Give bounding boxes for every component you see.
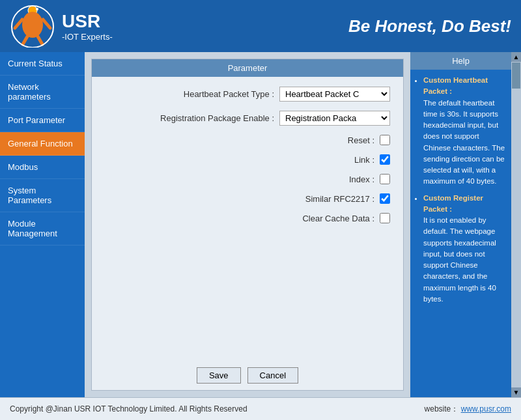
heartbeat-packet-type-row: Heartbeat Packet Type : Heartbeat Packet…	[105, 87, 390, 102]
link-row: Link :	[105, 154, 390, 165]
index-checkbox[interactable]	[380, 174, 390, 184]
similar-rfc2217-label: Similar RFC2217 :	[305, 194, 374, 204]
help-section-1-title: Custom Heartbeat Packet :	[423, 76, 488, 95]
help-section-2-text: It is not enabled by default. The webpag…	[423, 216, 496, 303]
svg-line-3	[15, 20, 22, 28]
footer-copyright: Copyright @Jinan USR IOT Technology Limi…	[10, 404, 247, 413]
cancel-button[interactable]: Cancel	[247, 367, 298, 384]
index-label: Index :	[349, 175, 374, 184]
sidebar-item-system-parameters[interactable]: System Parameters	[0, 179, 85, 212]
slogan: Be Honest, Do Best!	[348, 16, 511, 36]
logo-area: USR -IOT Experts-	[10, 5, 113, 48]
footer-link[interactable]: www.pusr.com	[461, 404, 511, 413]
registration-package-select[interactable]: Registration Packa Custom Registration	[279, 111, 390, 126]
sidebar-item-current-status[interactable]: Current Status	[0, 52, 85, 76]
clear-cache-row: Clear Cache Data :	[105, 213, 390, 223]
parameter-panel: Parameter Heartbeat Packet Type : Heartb…	[91, 59, 404, 391]
brand-text: USR -IOT Experts-	[62, 11, 113, 42]
save-button[interactable]: Save	[197, 367, 241, 384]
svg-line-5	[23, 36, 27, 44]
svg-point-2	[22, 12, 43, 38]
reset-row: Reset :	[105, 135, 390, 145]
brand-tagline: -IOT Experts-	[62, 32, 113, 42]
reset-checkbox[interactable]	[380, 135, 390, 145]
heartbeat-packet-type-select[interactable]: Heartbeat Packet C Custom Heartbeat	[279, 87, 390, 102]
help-panel: Help Custom Heartbeat Packet : The defau…	[410, 52, 511, 397]
scroll-up-button[interactable]: ▲	[511, 52, 521, 62]
registration-package-row: Registration Package Enable : Registrati…	[105, 111, 390, 126]
footer: Copyright @Jinan USR IOT Technology Limi…	[0, 397, 521, 420]
parameter-content: Heartbeat Packet Type : Heartbeat Packet…	[92, 77, 403, 361]
clear-cache-label: Clear Cache Data :	[302, 214, 374, 223]
header: USR -IOT Experts- Be Honest, Do Best!	[0, 0, 521, 52]
svg-line-6	[38, 36, 42, 44]
content-area: Parameter Heartbeat Packet Type : Heartb…	[85, 52, 410, 397]
sidebar-item-network-parameters[interactable]: Network parameters	[0, 76, 85, 109]
main-layout: Current Status Network parameters Port P…	[0, 52, 521, 397]
sidebar-item-module-management[interactable]: Module Management	[0, 212, 85, 245]
link-checkbox[interactable]	[380, 154, 390, 165]
scroll-thumb[interactable]	[512, 63, 520, 89]
parameter-title: Parameter	[92, 59, 403, 77]
link-label: Link :	[354, 155, 374, 165]
sidebar-item-modbus[interactable]: Modbus	[0, 156, 85, 179]
help-content: Custom Heartbeat Packet : The default he…	[410, 70, 511, 397]
footer-website-label: website：	[425, 404, 459, 413]
similar-rfc2217-row: Similar RFC2217 :	[105, 193, 390, 204]
scroll-track	[511, 62, 521, 387]
clear-cache-checkbox[interactable]	[380, 213, 390, 223]
button-row: Save Cancel	[92, 361, 403, 390]
help-section-2-title: Custom Register Packet :	[423, 194, 483, 213]
heartbeat-packet-type-label: Heartbeat Packet Type :	[184, 89, 274, 99]
scroll-down-button[interactable]: ▼	[511, 387, 521, 397]
svg-point-1	[36, 8, 38, 10]
registration-package-label: Registration Package Enable :	[160, 113, 274, 123]
footer-website: website： www.pusr.com	[425, 404, 511, 415]
svg-line-4	[43, 20, 50, 28]
help-section-1-text: The default heartbeat time is 30s. It su…	[423, 99, 505, 186]
sidebar-item-port-parameter[interactable]: Port Parameter	[0, 109, 85, 132]
similar-rfc2217-checkbox[interactable]	[380, 193, 390, 204]
sidebar-item-general-function[interactable]: General Function	[0, 132, 85, 156]
index-row: Index :	[105, 174, 390, 184]
brand-name: USR	[62, 11, 113, 32]
help-title: Help	[410, 52, 511, 70]
logo-icon	[10, 5, 55, 48]
scrollbar-area: ▲ ▼	[511, 52, 521, 397]
reset-label: Reset :	[348, 135, 374, 145]
sidebar: Current Status Network parameters Port P…	[0, 52, 85, 397]
